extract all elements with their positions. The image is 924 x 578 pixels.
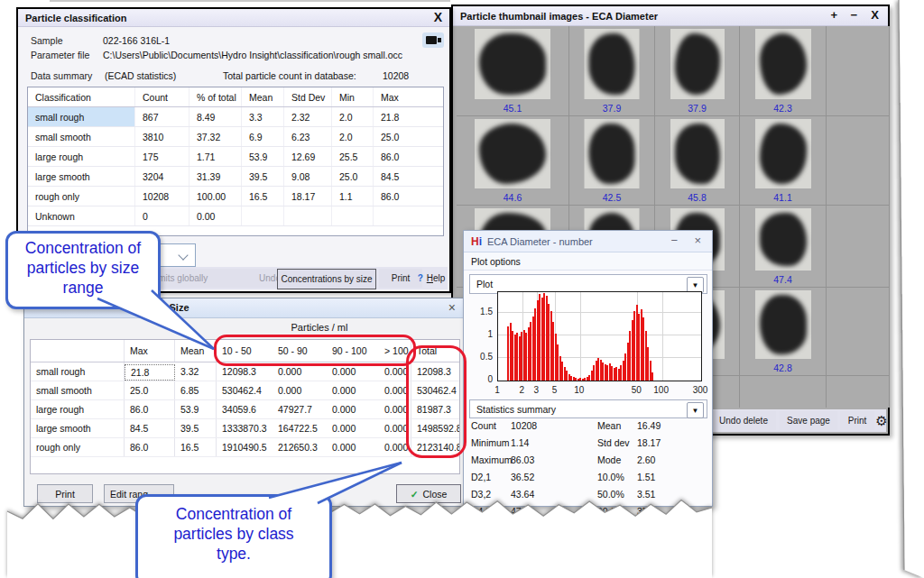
particle-thumbnail	[755, 119, 811, 188]
plot-options-label: Plot options	[471, 256, 521, 267]
classification-cell: large smooth	[28, 167, 135, 186]
sample-value: 022-166 316L-1	[103, 35, 170, 46]
thumbnail-cell[interactable]: 42.8	[740, 288, 827, 376]
stat-value: 1.14	[511, 437, 529, 448]
close-button[interactable]: ✓ Close	[396, 484, 461, 503]
particles-per-ml-header: Particles / ml	[216, 322, 423, 333]
classification-cell: 39.5	[242, 167, 284, 186]
help-question-icon: ?	[418, 273, 423, 283]
stat-label: 50.0%	[597, 489, 624, 500]
concentration-cell: large smooth	[31, 419, 125, 437]
thumbnail-cell[interactable]: 37.9	[569, 26, 655, 116]
classification-row[interactable]: small rough8678.493.32.322.021.8	[28, 107, 443, 127]
undo-delete-button[interactable]: Undo delete	[711, 411, 776, 430]
maximize-icon[interactable]: +	[830, 8, 837, 22]
classification-cell: 8.49	[189, 107, 242, 126]
classification-close-icon[interactable]: X	[434, 10, 442, 24]
plot-minimize-icon[interactable]: −	[670, 234, 678, 247]
concentration-header-cell: > 100	[379, 340, 411, 362]
x-axis-tick: 3	[534, 385, 540, 395]
classification-row[interactable]: rough only10208100.0016.518.171.186.0	[28, 187, 443, 206]
statistics-summary-combobox[interactable]: Statistics summary ▼	[469, 399, 707, 418]
concentration-row[interactable]: rough only86.016.51910490.5212650.30.000…	[31, 438, 459, 457]
thumbnail-title: Particle thumbnail images - ECA Diameter	[460, 11, 658, 22]
stat-value: 1.51	[637, 472, 655, 482]
classification-header-cell: Std Dev	[284, 87, 332, 106]
concentration-cell: 212650.3	[273, 438, 327, 456]
concentration-row[interactable]: large smooth84.539.51333870.3164722.50.0…	[31, 419, 459, 438]
classification-cell: 12.69	[284, 147, 332, 166]
minimize-icon[interactable]: −	[850, 8, 857, 22]
classification-cell: 175	[135, 147, 189, 166]
classification-row[interactable]: Unknown00.00	[28, 206, 443, 226]
classification-cell: 3204	[135, 167, 189, 186]
stat-value: 43.64	[511, 489, 534, 500]
thumbnail-close-icon[interactable]: X	[871, 8, 879, 22]
concentration-row[interactable]: small rough21.83.3212098.30.0000.0000.00…	[31, 362, 459, 381]
thumbnail-cell[interactable]: 45.1	[457, 26, 569, 116]
stat-value: 10208	[511, 420, 537, 431]
particle-blob	[589, 33, 635, 95]
x-axis-tick: 1	[494, 385, 500, 395]
thumbnail-cell[interactable]: 44.6	[457, 116, 569, 206]
concentration-header-cell: 10 - 50	[217, 340, 273, 362]
thumbnail-titlebar: Particle thumbnail images - ECA Diameter	[453, 6, 888, 26]
concentration-row[interactable]: large rough86.053.934059.647927.70.0000.…	[31, 400, 459, 419]
thumbnail-cell[interactable]	[827, 206, 890, 288]
concentration-window: nd Size × Particles / ml MaxMean10 - 505…	[23, 298, 465, 507]
camera-icon[interactable]	[422, 32, 444, 48]
total-count-label: Total particle count in database:	[223, 70, 356, 81]
save-page-button[interactable]: Save page	[780, 411, 837, 430]
concentration-cell: 0.000	[379, 400, 411, 418]
concentration-header-cell	[31, 340, 125, 362]
concentration-row[interactable]: small smooth25.06.85530462.40.0000.0000.…	[31, 381, 459, 400]
conc-print-button[interactable]: Print	[37, 484, 93, 503]
classification-cell: 10208	[135, 187, 189, 206]
thumbnail-cell[interactable]	[827, 26, 890, 116]
stat-label: Minimum	[471, 437, 510, 448]
thumbnail-cell[interactable]: 42.5	[569, 116, 655, 206]
chevron-down-icon	[178, 250, 188, 260]
classification-cell: 3810	[135, 127, 189, 146]
particle-blob	[479, 124, 546, 184]
torn-page-top-edge	[50, 0, 450, 2]
particle-blob	[589, 124, 635, 184]
concentration-cell: 12098.3	[217, 362, 273, 381]
gear-icon[interactable]: ⚙	[873, 411, 890, 430]
classification-cell: 86.0	[374, 147, 439, 166]
thumbnail-cell[interactable]: 41.1	[740, 116, 827, 206]
thumbnail-cell[interactable]: 47.4	[740, 206, 827, 288]
x-axis-tick: 10	[574, 385, 584, 395]
thumbnail-cell[interactable]	[740, 376, 827, 408]
concentration-header-cell: Total	[411, 340, 459, 362]
classification-row[interactable]: small smooth381037.326.96.232.025.0	[28, 127, 443, 147]
classification-cell: 18.17	[284, 187, 332, 206]
thumbnail-cell[interactable]	[827, 288, 890, 376]
help-button[interactable]: ? Help	[408, 269, 455, 288]
thumbnail-cell[interactable]: 42.3	[740, 26, 827, 116]
thumbnail-diameter-label: 44.6	[457, 192, 568, 203]
x-axis-tick: 5	[552, 385, 558, 395]
concentrations-by-size-button[interactable]: Concentrations by size	[277, 269, 376, 289]
particle-thumbnail	[755, 29, 811, 99]
thumbnail-cell[interactable]	[827, 376, 890, 408]
x-axis-tick: 50	[632, 385, 642, 395]
concentration-cell: 47927.7	[273, 400, 327, 418]
plot-close-icon[interactable]: ×	[694, 234, 701, 247]
concentration-close-icon[interactable]: ×	[448, 300, 456, 315]
thumbnail-cell[interactable]: 37.9	[655, 26, 740, 116]
concentration-cell: rough only	[31, 438, 125, 456]
concentration-cell: 164722.5	[273, 419, 327, 437]
particle-thumbnail	[670, 29, 725, 99]
stat-label: Maximum	[471, 454, 513, 465]
thumbnail-cell[interactable]: 45.8	[655, 116, 740, 206]
concentration-cell: 0.000	[379, 419, 411, 437]
particle-thumbnail	[585, 119, 640, 188]
particle-blob	[760, 213, 807, 266]
thumbnail-cell[interactable]	[827, 116, 890, 206]
particle-blob	[675, 124, 720, 184]
print-page-button[interactable]: Print	[840, 411, 874, 430]
classification-row[interactable]: large rough1751.7153.912.6925.586.0	[28, 147, 443, 167]
classification-row[interactable]: large smooth320431.3939.59.0825.084.5	[28, 167, 443, 187]
particle-thumbnail	[755, 208, 811, 271]
